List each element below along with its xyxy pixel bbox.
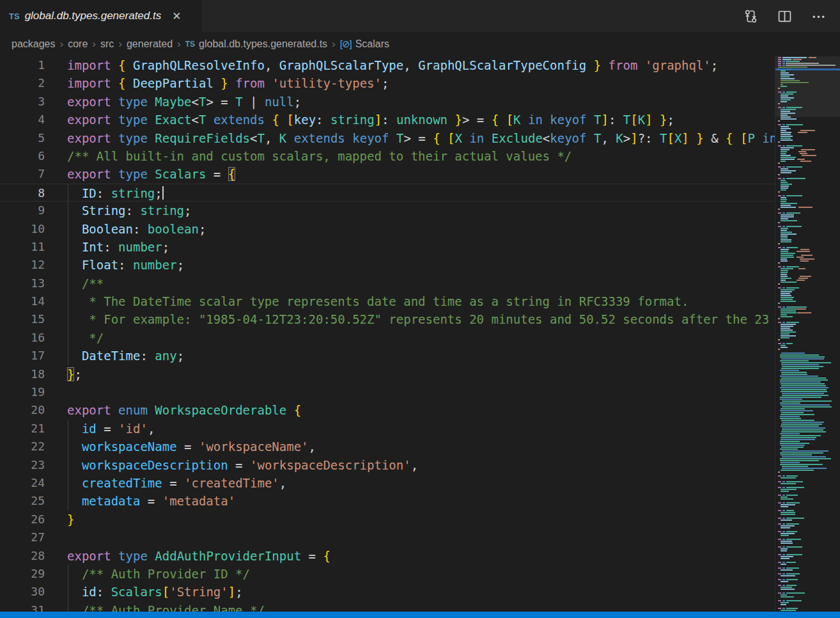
- line-number: 20: [0, 401, 45, 419]
- code-token: [521, 113, 528, 127]
- code-line[interactable]: 11 Int: number;: [0, 238, 840, 256]
- minimap-line: [777, 143, 840, 145]
- code-token: [67, 186, 82, 200]
- minimap-line: [777, 406, 840, 408]
- minimap-line: [777, 487, 840, 488]
- minimap-line: [777, 306, 840, 308]
- minimap-line: [777, 393, 840, 394]
- code-token: {: [726, 131, 733, 145]
- code-token: [67, 294, 82, 308]
- breadcrumb-generated[interactable]: generated: [127, 38, 173, 50]
- breadcrumb-core[interactable]: core: [68, 38, 88, 50]
- code-line[interactable]: 23 workspaceDescription = 'workspaceDesc…: [0, 456, 840, 474]
- tab-bar: TS global.db.types.generated.ts ✕: [0, 0, 840, 32]
- minimap[interactable]: [775, 56, 840, 618]
- minimap-line: [777, 412, 840, 413]
- minimap-line: [777, 297, 840, 298]
- code-line[interactable]: 5export type RequireFields<T, K extends …: [0, 129, 840, 147]
- code-token: [228, 76, 235, 90]
- code-line[interactable]: 17 DateTime: any;: [0, 347, 840, 365]
- minimap-line: [777, 606, 840, 607]
- minimap-line: [777, 186, 840, 187]
- minimap-line: [777, 272, 840, 273]
- minimap-line: [777, 543, 840, 544]
- code-line[interactable]: 16 */: [0, 329, 840, 347]
- minimap-line: [777, 569, 840, 571]
- code-line[interactable]: 28export type AddAuthProviderInput = {: [0, 547, 840, 565]
- code-line[interactable]: 26}: [0, 511, 840, 528]
- code-line[interactable]: 10 Boolean: boolean;: [0, 220, 840, 238]
- text-cursor: [162, 186, 164, 200]
- code-token: K: [513, 113, 520, 127]
- code-line[interactable]: 8 ID: string;: [0, 184, 840, 202]
- minimap-line: [777, 427, 840, 429]
- indent-guide: [68, 329, 68, 347]
- breadcrumb-packages[interactable]: packages: [12, 38, 56, 50]
- code-line[interactable]: 4export type Exact<T extends { [key: str…: [0, 111, 840, 129]
- line-number: 13: [0, 274, 45, 292]
- minimap-line: [777, 424, 840, 425]
- minimap-line: [777, 209, 840, 210]
- breadcrumb-symbol-scalars[interactable]: Scalars: [355, 38, 389, 50]
- tab-global-db-types[interactable]: TS global.db.types.generated.ts ✕: [0, 0, 202, 32]
- close-tab-icon[interactable]: ✕: [170, 10, 183, 23]
- code-line[interactable]: 21 id = 'id',: [0, 420, 840, 438]
- line-number: 30: [0, 583, 45, 601]
- minimap-line: [777, 554, 840, 555]
- code-area[interactable]: 1import { GraphQLResolveInfo, GraphQLSca…: [0, 56, 840, 618]
- code-line[interactable]: 13 /**: [0, 274, 840, 292]
- code-token: X: [455, 131, 462, 145]
- code-line[interactable]: 22 workspaceName = 'workspaceName',: [0, 438, 840, 456]
- code-token: string: [111, 186, 155, 200]
- code-line[interactable]: 3export type Maybe<T> = T | null;: [0, 93, 840, 111]
- code-line[interactable]: 15 * For example: "1985-04-12T23:20:50.5…: [0, 310, 840, 328]
- code-editor[interactable]: 1import { GraphQLResolveInfo, GraphQLSca…: [0, 56, 840, 618]
- code-token: ]: [630, 131, 637, 145]
- code-line[interactable]: 1import { GraphQLResolveInfo, GraphQLSca…: [0, 56, 840, 74]
- minimap-line: [777, 326, 840, 327]
- minimap-line: [777, 59, 840, 60]
- indent-guide: [68, 256, 68, 274]
- code-line[interactable]: 12 Float: number;: [0, 256, 840, 274]
- code-line[interactable]: 2import { DeepPartial } from 'utility-ty…: [0, 74, 840, 92]
- minimap-line: [777, 546, 840, 548]
- code-token: [586, 131, 593, 145]
- code-line[interactable]: 6/** All built-in and custom scalars, ma…: [0, 147, 840, 165]
- code-line[interactable]: 27: [0, 528, 840, 546]
- minimap-line: [777, 241, 840, 242]
- code-token: T: [660, 131, 667, 145]
- minimap-line: [777, 172, 840, 173]
- split-editor-icon[interactable]: [777, 9, 792, 24]
- more-actions-icon[interactable]: [811, 9, 826, 24]
- code-line[interactable]: 30 id: Scalars['String'];: [0, 583, 840, 601]
- code-line[interactable]: 25 metadata = 'metadata': [0, 492, 840, 510]
- code-line[interactable]: 7export type Scalars = {: [0, 165, 840, 183]
- minimap-line: [777, 460, 840, 461]
- code-line[interactable]: 19: [0, 383, 840, 401]
- code-line[interactable]: 29 /** Auth Provider ID */: [0, 565, 840, 583]
- code-line[interactable]: 14 * The DateTime scalar type represents…: [0, 292, 840, 310]
- code-token: string: [140, 203, 184, 218]
- line-number: 6: [0, 147, 45, 165]
- breadcrumb-src[interactable]: src: [100, 38, 114, 50]
- minimap-line: [777, 118, 840, 120]
- minimap-line: [777, 400, 840, 402]
- code-token: > =: [403, 131, 433, 145]
- code-line[interactable]: 9 String: string;: [0, 202, 840, 219]
- code-token: T: [199, 113, 206, 127]
- minimap-line: [777, 226, 840, 227]
- code-line[interactable]: 18};: [0, 365, 840, 383]
- code-token: number: [118, 240, 162, 254]
- breadcrumb-file[interactable]: global.db.types.generated.ts: [199, 38, 327, 50]
- line-number: 1: [0, 56, 45, 74]
- code-line[interactable]: 24 createdTime = 'createdTime',: [0, 474, 840, 492]
- code-line[interactable]: 20export enum WorkspaceOrderable {: [0, 401, 840, 419]
- code-token: P: [747, 131, 754, 145]
- minimap-line: [777, 324, 840, 325]
- minimap-line: [777, 201, 840, 202]
- minimap-line: [777, 124, 840, 125]
- code-token: GraphQLScalarTypeConfig: [411, 58, 594, 72]
- minimap-line: [777, 331, 840, 333]
- code-token: T: [594, 113, 601, 127]
- open-changes-icon[interactable]: [743, 9, 758, 24]
